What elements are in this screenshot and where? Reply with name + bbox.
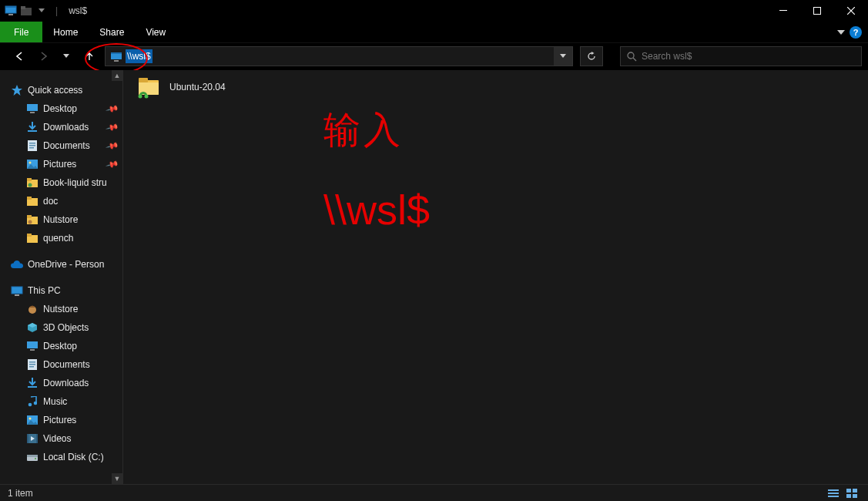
sidebar-this-pc[interactable]: This PC [0,281,122,300]
sidebar-item[interactable]: Nutstore [0,300,122,318]
svg-rect-57 [828,496,839,497]
qat-newfolder-icon[interactable] [20,5,32,17]
tab-file[interactable]: File [0,22,42,42]
svg-rect-12 [30,112,35,113]
help-button[interactable]: ? [850,26,862,39]
tab-home[interactable]: Home [42,22,89,42]
recent-dropdown[interactable] [59,49,74,64]
body: ▲ Quick access Desktop📌Downloads📌Documen… [0,69,868,484]
svg-rect-8 [111,52,122,54]
svg-point-19 [29,162,32,164]
svg-rect-51 [139,78,148,82]
sidebar-item-label: Downloads [43,378,89,388]
sidebar-item-label: Pictures [43,415,76,425]
music-icon [26,395,39,408]
search-box[interactable] [620,46,862,66]
sidebar-item[interactable]: Downloads📌 [0,118,122,136]
minimize-button[interactable] [766,0,800,22]
network-folder-icon [137,75,162,99]
svg-rect-9 [114,60,119,62]
status-text: 1 item [8,488,33,499]
sidebar-item[interactable]: Videos [0,429,122,448]
svg-rect-5 [779,10,787,11]
forward-button[interactable] [35,49,51,64]
refresh-button[interactable] [580,46,603,66]
sidebar-item[interactable]: 3D Objects [0,318,122,337]
disk-icon [26,451,39,463]
svg-point-10 [628,52,634,59]
svg-rect-30 [12,287,22,294]
svg-point-53 [139,95,142,99]
address-bar[interactable]: \\wsl$ [105,46,573,66]
svg-point-49 [35,458,36,459]
up-button[interactable] [82,49,97,64]
sidebar-item-label: 3D Objects [43,322,89,333]
sidebar-item[interactable]: quench [0,229,122,247]
sidebar-item-label: Documents [43,140,90,151]
pin-icon: 📌 [106,139,120,153]
tab-share[interactable]: Share [89,22,135,42]
view-large-button[interactable] [843,486,860,500]
address-input[interactable] [127,47,554,66]
sidebar-scroll-up[interactable]: ▲ [112,70,122,81]
sidebar-item[interactable]: Downloads [0,374,122,392]
svg-rect-31 [15,294,19,296]
svg-rect-24 [27,197,32,200]
sidebar-item-label: Videos [43,433,71,444]
view-details-button[interactable] [825,486,842,500]
svg-rect-56 [828,493,839,494]
sidebar-item-label: OneDrive - Person [28,259,104,270]
folder-nut-icon [26,214,39,226]
explorer-window: | wsl$ File Home Share View ? \\wsl$ [0,0,868,501]
sidebar-item[interactable]: Local Disk (C:) [0,448,122,466]
svg-point-40 [28,403,32,407]
sidebar-item-label: Downloads [43,122,89,133]
app-icon [5,5,17,17]
sidebar-item[interactable]: Desktop [0,337,122,355]
title-bar: | wsl$ [0,0,868,22]
sidebar-onedrive[interactable]: OneDrive - Person [0,255,122,274]
sidebar-item[interactable]: Pictures📌 [0,155,122,173]
sidebar-item[interactable]: Book-liquid stru [0,173,122,192]
svg-rect-15 [29,143,35,144]
svg-rect-33 [27,341,38,348]
svg-rect-4 [21,6,25,9]
content-area[interactable]: Ubuntu-20.04 输入 \\wsl$ [123,70,868,484]
pictures-icon [26,158,39,170]
sidebar-item-label: Pictures [43,159,76,170]
pictures-icon [26,414,39,426]
sidebar-scroll-down[interactable]: ▼ [112,473,122,484]
folder-green-icon [26,177,39,189]
svg-rect-1 [5,6,16,8]
sidebar-item-label: doc [43,196,58,207]
back-button[interactable] [12,49,28,64]
svg-rect-55 [828,489,839,491]
address-dropdown[interactable] [554,47,572,66]
qat-dropdown-icon[interactable] [35,5,48,17]
svg-rect-6 [814,8,821,15]
sidebar-item[interactable]: doc [0,192,122,210]
sidebar-item[interactable]: Documents [0,355,122,374]
ribbon-collapse-icon[interactable] [837,30,845,35]
svg-point-22 [28,183,32,187]
maximize-button[interactable] [800,0,834,22]
star-icon [11,84,23,96]
sidebar-item[interactable]: Pictures [0,411,122,429]
svg-rect-46 [36,434,38,443]
folder-icon [26,195,39,207]
svg-rect-34 [30,349,35,351]
sidebar-item[interactable]: Documents📌 [0,136,122,155]
sidebar-quick-access[interactable]: Quick access [0,81,122,99]
svg-point-54 [145,95,149,99]
sidebar-item-label: Music [43,396,67,407]
svg-rect-26 [27,215,32,218]
item-label: Ubuntu-20.04 [169,82,226,92]
sidebar-item[interactable]: Nutstore [0,210,122,229]
close-button[interactable] [834,0,868,22]
sidebar-item[interactable]: Desktop📌 [0,99,122,118]
search-input[interactable] [642,51,855,62]
svg-rect-16 [29,145,35,146]
tab-view[interactable]: View [135,22,176,42]
sidebar-item[interactable]: Music [0,392,122,411]
list-item[interactable]: Ubuntu-20.04 [137,73,226,101]
